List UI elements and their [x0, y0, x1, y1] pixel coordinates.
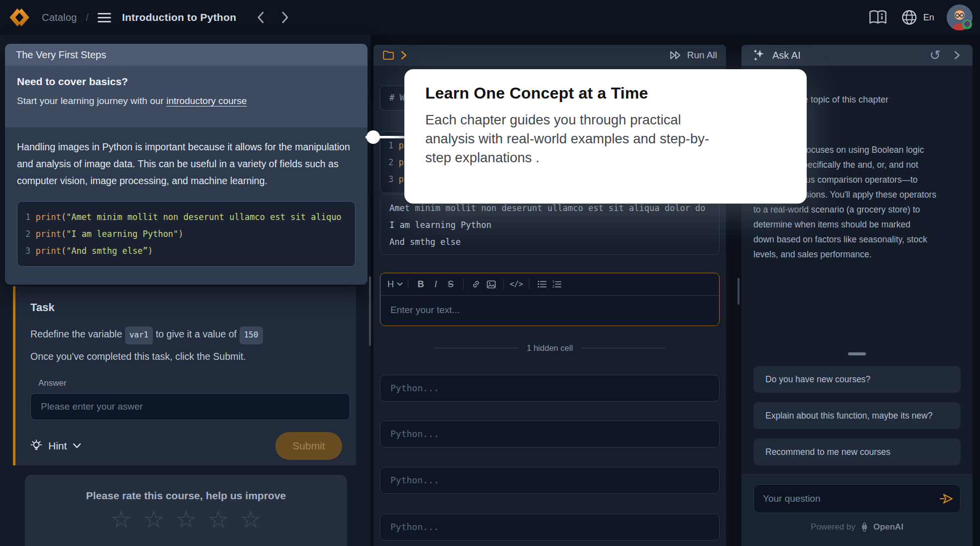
- star-icon[interactable]: ☆: [208, 507, 229, 533]
- navbar: Catalog / Introduction to Python: [0, 0, 980, 35]
- italic-button[interactable]: I: [428, 277, 443, 292]
- chevron-down-icon: [73, 443, 81, 449]
- python-cell[interactable]: Python...: [380, 421, 720, 447]
- link-icon: [472, 280, 481, 289]
- send-button[interactable]: [939, 493, 953, 504]
- bullet-list-button[interactable]: [534, 277, 549, 292]
- task-instruction-2: Once you've completed this task, click t…: [30, 348, 342, 364]
- code-format-button[interactable]: </>: [509, 277, 524, 292]
- submit-button[interactable]: Submit: [275, 432, 342, 460]
- image-button[interactable]: [484, 277, 498, 292]
- question-input[interactable]: [754, 485, 939, 513]
- avatar[interactable]: [946, 4, 973, 31]
- tooltip-line: step explanations .: [425, 148, 786, 167]
- question-box: [753, 484, 961, 513]
- editor-text-input[interactable]: [380, 296, 719, 325]
- link-button[interactable]: [469, 277, 484, 292]
- summary-line: down based on factors like seasonality, …: [753, 232, 965, 247]
- scrollbar-thumb[interactable]: [737, 278, 739, 305]
- page: Catalog / Introduction to Python: [0, 0, 980, 546]
- powered-by: Powered by OpenAI: [741, 522, 973, 532]
- bulb-icon: [30, 439, 42, 452]
- star-icon[interactable]: ☆: [143, 507, 164, 533]
- reset-icon[interactable]: ↺: [929, 49, 941, 62]
- heading-button[interactable]: H: [387, 277, 403, 292]
- menu-icon[interactable]: [98, 13, 111, 22]
- ordered-list-button[interactable]: 1 2: [549, 277, 564, 292]
- hint-button[interactable]: Hint: [30, 439, 81, 452]
- code-chip-var1: var1: [125, 327, 153, 344]
- introductory-course-link[interactable]: introductory course: [166, 96, 247, 106]
- code-line: 3 print("And smthg else”): [25, 242, 347, 259]
- prev-chapter-button[interactable]: [256, 11, 266, 24]
- book-info-icon: [868, 9, 887, 25]
- tooltip-line: Each chapter guides you through practica…: [425, 110, 786, 129]
- python-cell[interactable]: Python...: [380, 375, 720, 402]
- toolbar-divider: [408, 279, 408, 290]
- breadcrumb-separator: /: [86, 12, 89, 23]
- star-icon[interactable]: ☆: [175, 507, 197, 533]
- app-logo-icon[interactable]: [8, 6, 31, 28]
- notebook-toolbar: Run All: [373, 45, 726, 66]
- docs-button[interactable]: [868, 9, 887, 25]
- tooltip-connector-dot: [367, 130, 380, 144]
- tutorial-tooltip: Learn One Concept at a Time Each chapter…: [404, 69, 807, 204]
- strikethrough-button[interactable]: S: [443, 277, 458, 292]
- openai-logo-icon: [859, 522, 869, 532]
- rich-text-editor: H B I S: [380, 273, 720, 326]
- divider-line: [434, 348, 519, 348]
- output-line: I am learning Python: [389, 217, 710, 233]
- language-button[interactable]: [901, 9, 917, 25]
- tooltip-line: analysis with real-world examples and st…: [425, 129, 786, 148]
- hidden-cell-divider[interactable]: 1 hidden cell: [373, 343, 726, 353]
- code-block: 1 print("Amet minim mollit non deserunt …: [17, 201, 356, 267]
- powered-by-label: Powered by: [811, 522, 856, 532]
- python-cell[interactable]: Python...: [380, 514, 720, 541]
- star-icon[interactable]: ☆: [111, 507, 132, 533]
- expand-chevron-icon[interactable]: [400, 50, 407, 60]
- chapter-paragraph: Handling images in Python is important b…: [17, 138, 361, 189]
- task-title: Task: [30, 301, 342, 314]
- collapse-panel-button[interactable]: [954, 50, 961, 60]
- breadcrumb-catalog[interactable]: Catalog: [42, 12, 77, 23]
- toolbar-divider: [529, 279, 529, 290]
- svg-text:1: 1: [552, 280, 554, 283]
- answer-input[interactable]: [30, 393, 350, 420]
- bold-button[interactable]: B: [413, 277, 428, 292]
- ask-ai-footer: Powered by OpenAI: [741, 474, 973, 546]
- divider-line: [581, 348, 665, 348]
- run-all-icon: [669, 50, 682, 60]
- suggestion-chip[interactable]: Recommend to me new courses: [753, 438, 961, 465]
- tooltip-title: Learn One Concept at a Time: [425, 84, 786, 103]
- summary-line: levels, and sales performance.: [753, 247, 965, 262]
- ordered-list-icon: 1 2: [552, 280, 562, 288]
- image-icon: [487, 280, 496, 289]
- drag-handle[interactable]: [848, 352, 866, 355]
- openai-brand-label: OpenAI: [873, 522, 903, 532]
- basics-text: Start your learning journey with our int…: [17, 96, 356, 107]
- chevron-right-icon: [954, 50, 961, 60]
- task-instruction: Redefine the variable var1 to give it a …: [30, 326, 342, 344]
- run-all-button[interactable]: Run All: [669, 50, 717, 61]
- code-line: 1 print("Amet minim mollit non deserunt …: [25, 209, 347, 225]
- python-cell[interactable]: Python...: [380, 467, 720, 494]
- avatar-image: [946, 4, 973, 31]
- hidden-cell-label: 1 hidden cell: [527, 343, 573, 353]
- tooltip-body: Each chapter guides you through practica…: [425, 110, 786, 167]
- run-all-label: Run All: [687, 50, 717, 61]
- scrollbar-thumb[interactable]: [369, 276, 371, 346]
- folder-icon[interactable]: [382, 50, 394, 61]
- toolbar-divider: [503, 279, 504, 290]
- rate-course-card: Please rate this course, help us improve…: [25, 475, 347, 546]
- suggestion-chip[interactable]: Do you have new courses?: [753, 366, 961, 393]
- answer-label: Answer: [38, 378, 342, 388]
- next-chapter-button[interactable]: [280, 11, 290, 24]
- globe-icon: [901, 9, 917, 25]
- output-line: And smthg else: [389, 233, 710, 250]
- editor-toolbar: H B I S: [380, 273, 719, 296]
- chevron-left-icon: [256, 11, 266, 24]
- suggestion-chip[interactable]: Explain about this function, maybe its n…: [753, 402, 961, 429]
- chevron-right-icon: [280, 11, 290, 24]
- star-icon[interactable]: ☆: [240, 507, 261, 533]
- language-label[interactable]: En: [923, 12, 934, 23]
